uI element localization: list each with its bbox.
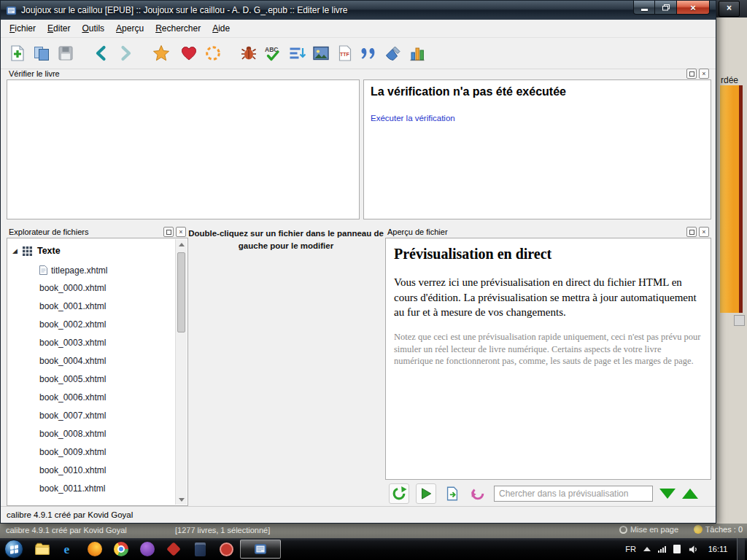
- reload-file-icon: [444, 486, 460, 502]
- menu-item[interactable]: Outils: [76, 21, 110, 36]
- clock[interactable]: 16:11: [706, 545, 729, 553]
- scroll-down-icon[interactable]: [176, 494, 187, 505]
- taskbar-flower-app-button[interactable]: [214, 540, 239, 559]
- page-icon: [39, 265, 47, 275]
- expander-icon[interactable]: ◢: [12, 248, 18, 254]
- explorer-panel-header: Explorateur de fichiers ×: [7, 226, 188, 238]
- insert-image-button[interactable]: [309, 41, 333, 66]
- window-title: Joujoux sur le caillou [EPUB] :: Joujoux…: [21, 5, 348, 15]
- gear-icon: [619, 526, 627, 534]
- minimize-button[interactable]: [633, 1, 655, 15]
- close-icon: ×: [690, 2, 696, 13]
- taskbar-explorer-button[interactable]: [30, 540, 55, 559]
- run-check-link[interactable]: Exécuter la vérification: [371, 114, 455, 122]
- explorer-scrollbar[interactable]: [175, 239, 187, 505]
- menu-item[interactable]: Rechercher: [150, 21, 206, 36]
- menu-item[interactable]: Fichier: [4, 21, 42, 36]
- file-item[interactable]: book_0000.xhtml: [7, 279, 176, 298]
- start-button[interactable]: [4, 540, 23, 559]
- file-item[interactable]: book_0002.xhtml: [7, 316, 176, 334]
- beautify-button[interactable]: [285, 41, 309, 66]
- bookmark-button[interactable]: [149, 41, 173, 66]
- book-icon: [195, 542, 206, 556]
- restore-button[interactable]: [655, 1, 676, 15]
- preview-webview[interactable]: Prévisualisation en direct Vous verrez i…: [385, 238, 711, 480]
- taskbar-calibre-library-button[interactable]: [187, 540, 212, 559]
- insert-quote-button[interactable]: [357, 41, 381, 66]
- forward-button[interactable]: [113, 41, 137, 66]
- menu-item[interactable]: Editer: [42, 21, 76, 36]
- back-button[interactable]: [89, 41, 113, 66]
- float-panel-icon[interactable]: [686, 227, 697, 237]
- jobs-icon: [694, 525, 703, 534]
- find-previous-icon[interactable]: [682, 489, 698, 499]
- find-next-icon[interactable]: [659, 489, 676, 499]
- close-panel-icon[interactable]: ×: [176, 227, 186, 237]
- check-results-list[interactable]: [7, 79, 360, 219]
- layout-button[interactable]: Mise en page: [619, 525, 678, 534]
- insert-font-button[interactable]: TTF: [333, 41, 357, 66]
- check-status-heading: La vérification n'a pas été exécutée: [371, 85, 704, 98]
- background-close-button[interactable]: ×: [719, 1, 740, 17]
- bug-icon: [240, 44, 258, 62]
- tree-group-texte[interactable]: ◢ Texte: [7, 238, 176, 261]
- internet-explorer-icon: e: [61, 541, 77, 557]
- close-panel-icon[interactable]: ×: [699, 69, 709, 79]
- arrange-lines-icon: [288, 44, 306, 62]
- menu-item[interactable]: Aperçu: [110, 21, 150, 36]
- editor-window: Joujoux sur le caillou [EPUB] :: Joujoux…: [0, 0, 716, 524]
- file-item[interactable]: book_0010.xhtml: [7, 462, 176, 480]
- taskbar-ie-button[interactable]: e: [56, 540, 81, 559]
- taskbar-opera-button[interactable]: [135, 540, 160, 559]
- dock-area: Vérifier le livre × La vérification n'a …: [1, 68, 716, 508]
- language-indicator[interactable]: FR: [625, 545, 636, 553]
- file-item[interactable]: book_0006.xhtml: [7, 389, 176, 407]
- new-file-button[interactable]: [5, 41, 29, 66]
- action-center-icon[interactable]: [673, 545, 681, 553]
- star-icon: [152, 44, 170, 62]
- donate-button[interactable]: [177, 41, 201, 66]
- float-panel-icon[interactable]: [686, 69, 697, 79]
- svg-text:TTF: TTF: [340, 52, 350, 57]
- file-item[interactable]: book_0003.xhtml: [7, 334, 176, 352]
- sync-position-button[interactable]: [468, 484, 487, 503]
- network-icon[interactable]: [658, 546, 666, 553]
- scroll-up-icon[interactable]: [176, 239, 187, 249]
- file-item[interactable]: book_0009.xhtml: [7, 443, 176, 462]
- titlebar[interactable]: Joujoux sur le caillou [EPUB] :: Joujoux…: [1, 1, 716, 20]
- preview-search-input[interactable]: [494, 486, 653, 502]
- save-file-button[interactable]: [53, 41, 77, 66]
- file-item[interactable]: book_0011.xhtml: [7, 480, 176, 498]
- sync-button[interactable]: [201, 41, 225, 66]
- clean-style-button[interactable]: [381, 41, 405, 66]
- jobs-button[interactable]: Tâches : 0: [694, 525, 743, 534]
- close-panel-icon[interactable]: ×: [699, 227, 709, 237]
- spellcheck-button[interactable]: ABC: [260, 41, 285, 66]
- reports-button[interactable]: [405, 41, 429, 66]
- open-file-button[interactable]: [29, 41, 53, 66]
- reload-file-button[interactable]: [443, 484, 462, 503]
- show-desktop-button[interactable]: [737, 538, 745, 560]
- close-button[interactable]: ×: [676, 1, 710, 15]
- file-item[interactable]: book_0008.xhtml: [7, 425, 176, 443]
- file-item[interactable]: book_0001.xhtml: [7, 298, 176, 316]
- refresh-preview-button[interactable]: [389, 483, 409, 504]
- file-item-titlepage[interactable]: titlepage.xhtml: [7, 261, 176, 279]
- float-panel-icon[interactable]: [163, 227, 174, 237]
- taskbar-chrome-button[interactable]: [109, 540, 133, 559]
- explorer-panel-title: Explorateur de fichiers: [9, 228, 161, 236]
- taskbar-firefox-button[interactable]: [82, 540, 107, 559]
- launch-preview-button[interactable]: [416, 483, 436, 504]
- file-item[interactable]: book_0005.xhtml: [7, 370, 176, 389]
- scrollbar-thumb[interactable]: [177, 252, 185, 332]
- taskbar-calibre-editor-button[interactable]: [240, 540, 281, 559]
- dashed-circle-icon: [204, 44, 222, 62]
- minimize-icon: [641, 9, 648, 11]
- hidden-icons-chevron-icon[interactable]: [643, 547, 651, 551]
- check-book-button[interactable]: [236, 41, 260, 66]
- speaker-icon[interactable]: [688, 544, 699, 555]
- file-item[interactable]: book_0004.xhtml: [7, 352, 176, 370]
- taskbar-red-app-button[interactable]: [161, 540, 186, 559]
- menu-item[interactable]: Aide: [206, 21, 236, 36]
- file-item[interactable]: book_0007.xhtml: [7, 407, 176, 425]
